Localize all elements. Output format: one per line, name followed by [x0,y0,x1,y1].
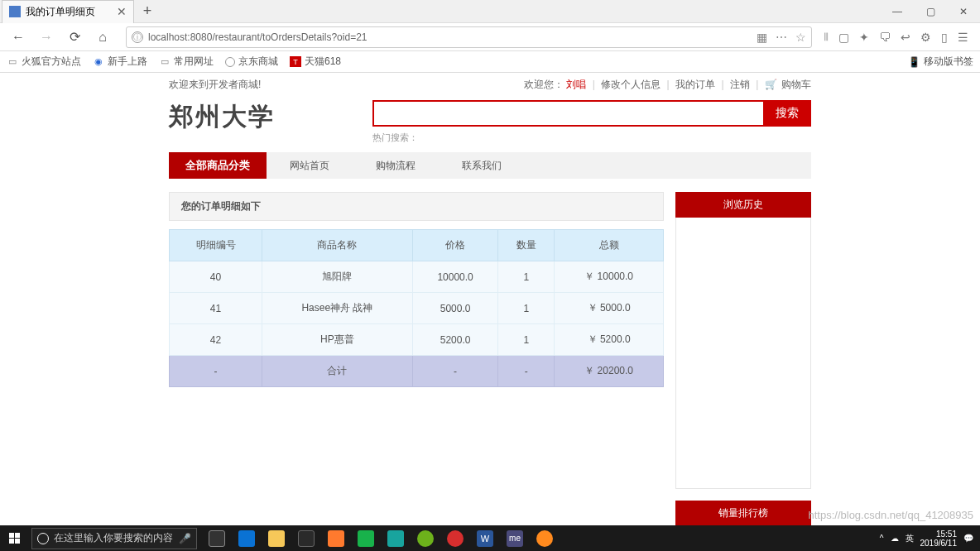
browser-url-bar: ← → ⟳ ⌂ ⓘ localhost:8080/restaurant/toOr… [0,23,980,51]
cell-price: - [412,356,498,387]
search-input[interactable] [372,100,763,127]
site-info-icon[interactable]: ⓘ [132,31,143,43]
logout-link[interactable]: 注销 [730,79,750,90]
nav-home[interactable]: 网站首页 [267,152,353,179]
bookmark-star-icon[interactable]: ☆ [795,31,806,44]
nav-back-button[interactable]: ← [7,26,30,49]
store-icon[interactable] [295,527,318,550]
bookmark-item-jd[interactable]: 京东商城 [225,55,278,69]
main-nav: 全部商品分类 网站首页 购物流程 联系我们 [169,152,811,179]
user-name-link[interactable]: 刘唱 [566,79,586,90]
welcome-bar: 欢迎来到开发者商城! 欢迎您： 刘唱 | 修改个人信息 | 我的订单 | 注销 … [169,73,811,97]
tray-ime-icon[interactable]: 英 [906,533,914,544]
nav-reload-button[interactable]: ⟳ [63,26,86,49]
cell-name: 旭阳牌 [262,261,413,293]
bookmark-item-tmall[interactable]: T 天猫618 [290,55,341,69]
panel-title: 您的订单明细如下 [169,192,664,221]
th-name: 商品名称 [262,230,413,261]
header-row: 郑州大学 搜索 热门搜索： [169,100,811,144]
site-logo[interactable]: 郑州大学 [169,100,275,134]
taskbar-clock[interactable]: 15:51 2019/6/11 [920,529,958,548]
table-header-row: 明细编号 商品名称 价格 数量 总额 [170,230,664,261]
nav-contact[interactable]: 联系我们 [439,152,525,179]
page-content: 欢迎来到开发者商城! 欢迎您： 刘唱 | 修改个人信息 | 我的订单 | 注销 … [0,73,980,538]
sidebar: 浏览历史 销量排行榜 [675,192,811,538]
th-total: 总额 [555,230,664,261]
bookmark-mobile[interactable]: 📱 移动版书签 [908,55,973,69]
globe-icon [225,57,235,67]
app-red-icon[interactable] [444,527,467,550]
new-tab-button[interactable]: + [137,2,157,22]
sidebar-icon[interactable]: ▢ [838,31,849,44]
bookmark-item-common[interactable]: ▭ 常用网址 [159,55,214,69]
menu-icon[interactable]: ☰ [958,31,968,44]
cell-id: - [170,356,262,387]
sparkle-icon[interactable]: ✦ [859,31,869,44]
firefox-icon[interactable] [533,527,556,550]
table-row: 40 旭阳牌 10000.0 1 ￥ 10000.0 [170,261,664,293]
tab-close-icon[interactable]: ✕ [117,5,127,18]
task-view-icon[interactable] [205,527,228,550]
cell-qty: - [498,356,555,387]
browser-tab[interactable]: 我的订单明细页 ✕ [2,0,134,23]
notification-icon[interactable]: 💬 [963,534,973,543]
toolbar-right: ⫴ ▢ ✦ 🗨 ↩ ⚙ ▯ ☰ [824,30,973,44]
pocket-icon[interactable]: ▯ [941,31,948,44]
library-icon[interactable]: ⫴ [824,30,829,44]
cell-id: 40 [170,261,262,293]
nav-home-button[interactable]: ⌂ [91,26,114,49]
cell-qty: 1 [498,324,555,356]
window-maximize-icon[interactable]: ▢ [914,0,947,23]
th-price: 价格 [412,230,498,261]
url-text: localhost:8080/restaurant/toOrdersDetail… [148,31,368,43]
nav-all-categories[interactable]: 全部商品分类 [169,152,267,179]
app-teal-icon[interactable] [384,527,407,550]
bookmark-item-firefox[interactable]: ▭ 火狐官方站点 [7,55,81,69]
tray-up-icon[interactable]: ^ [880,534,884,543]
app-green-icon[interactable] [414,527,437,550]
search-button[interactable]: 搜索 [763,100,811,127]
table-row: 42 HP惠普 5200.0 1 ￥ 5200.0 [170,324,664,356]
mic-icon[interactable]: 🎤 [179,533,191,544]
cart-link[interactable]: 购物车 [781,79,811,90]
cell-total: ￥ 10000.0 [555,261,664,293]
explorer-icon[interactable] [265,527,288,550]
separator: | [593,79,595,90]
start-button[interactable] [0,525,28,551]
word-icon[interactable]: W [473,527,497,550]
qr-icon[interactable]: ▦ [757,31,767,44]
iqiyi-icon[interactable] [354,527,377,550]
window-close-icon[interactable]: ✕ [947,0,980,23]
me-app-icon[interactable]: me [503,527,526,550]
edge-icon[interactable] [235,527,258,550]
search-box: 搜索 [372,100,811,127]
tab-title: 我的订单明细页 [26,5,95,19]
fire-icon: ◉ [93,56,104,68]
nav-forward-button[interactable]: → [35,26,58,49]
th-id: 明细编号 [170,230,262,261]
my-orders-link[interactable]: 我的订单 [675,79,715,90]
bookmark-label: 常用网址 [174,55,214,69]
tray-cloud-icon[interactable]: ☁ [891,534,899,543]
cell-price: 5200.0 [412,324,498,356]
speech-icon[interactable]: 🗨 [879,31,891,44]
cell-total: ￥ 5200.0 [555,324,664,356]
cart-icon: 🛒 [765,79,777,90]
welcome-greet: 欢迎您： [524,79,564,90]
nav-shopping-process[interactable]: 购物流程 [353,152,439,179]
settings-icon[interactable]: ⚙ [920,31,931,44]
modify-profile-link[interactable]: 修改个人信息 [601,79,661,90]
taskbar-search[interactable]: 在这里输入你要搜索的内容 🎤 [31,528,197,549]
cell-qty: 1 [498,293,555,324]
more-icon[interactable]: ⋯ [776,31,787,44]
bookmark-label: 京东商城 [238,55,278,69]
reply-icon[interactable]: ↩ [901,31,910,44]
welcome-text: 欢迎来到开发者商城! [169,78,261,92]
url-input[interactable]: ⓘ localhost:8080/restaurant/toOrdersDeta… [126,26,812,48]
window-minimize-icon[interactable]: — [881,0,914,23]
bookmark-bar: ▭ 火狐官方站点 ◉ 新手上路 ▭ 常用网址 京东商城 T 天猫618 📱 移动… [0,51,980,73]
bookmark-item-newbie[interactable]: ◉ 新手上路 [93,55,147,69]
app-orange-icon[interactable] [324,527,348,550]
clock-time: 15:51 [920,529,958,539]
folder-icon: ▭ [159,56,171,68]
